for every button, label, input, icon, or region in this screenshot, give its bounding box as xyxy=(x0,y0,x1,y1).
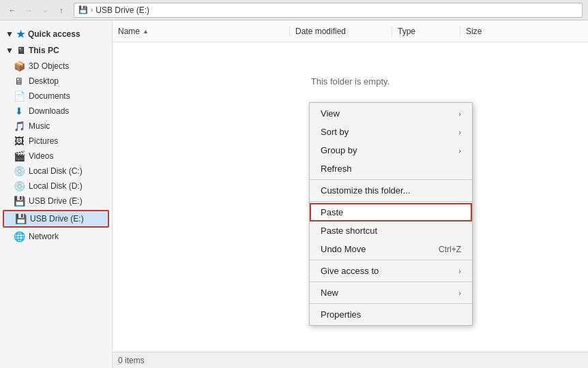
menu-item-sort-by[interactable]: Sort by › xyxy=(310,123,472,141)
menu-item-undo-move[interactable]: Undo Move Ctrl+Z xyxy=(310,240,472,258)
sidebar-item-label: Music xyxy=(29,121,106,131)
3d-objects-icon: 📦 xyxy=(14,61,25,72)
sidebar-item-local-disk-d[interactable]: 💿 Local Disk (D:) xyxy=(0,179,112,194)
menu-separator-4 xyxy=(310,281,472,282)
sidebar-item-label: Pictures xyxy=(29,136,106,146)
menu-separator-5 xyxy=(310,303,472,304)
menu-arrow-icon: › xyxy=(458,267,461,275)
column-type[interactable]: Type xyxy=(392,27,460,36)
documents-icon: 📄 xyxy=(14,91,25,102)
menu-item-properties[interactable]: Properties xyxy=(310,305,472,324)
menu-arrow-icon: › xyxy=(458,128,461,136)
sidebar-item-3d-objects[interactable]: 📦 3D Objects xyxy=(0,59,112,74)
menu-item-give-access[interactable]: Give access to › xyxy=(310,262,472,280)
title-bar: ← → ⌄ ↑ 💾 › USB Drive (E:) xyxy=(0,0,588,20)
sidebar-item-label: Documents xyxy=(29,91,106,101)
menu-item-customize[interactable]: Customize this folder... xyxy=(310,181,472,200)
sidebar-item-label: Desktop xyxy=(29,76,106,86)
sidebar-item-videos[interactable]: 🎬 Videos xyxy=(0,149,112,164)
pictures-icon: 🖼 xyxy=(14,136,25,147)
recent-button[interactable]: ⌄ xyxy=(38,3,52,17)
sidebar-item-label: USB Drive (E:) xyxy=(30,214,102,224)
breadcrumb-separator: › xyxy=(91,6,93,14)
menu-arrow-icon: › xyxy=(458,289,461,297)
sidebar: ▼ ★ Quick access ▼ 🖥 This PC 📦 3D Object… xyxy=(0,20,113,368)
sidebar-item-desktop[interactable]: 🖥 Desktop xyxy=(0,74,112,89)
column-headers: Name ▲ Date modified Type Size xyxy=(113,20,588,42)
sidebar-item-pictures[interactable]: 🖼 Pictures xyxy=(0,134,112,149)
usb-drive-e-selected-icon: 💾 xyxy=(15,213,26,224)
music-icon: 🎵 xyxy=(14,121,25,132)
sidebar-item-music[interactable]: 🎵 Music xyxy=(0,119,112,134)
sort-arrow-up: ▲ xyxy=(143,28,149,35)
menu-arrow-icon: › xyxy=(458,147,461,155)
column-size[interactable]: Size xyxy=(460,27,515,36)
menu-item-group-by[interactable]: Group by › xyxy=(310,141,472,159)
menu-item-view[interactable]: View › xyxy=(310,104,472,123)
downloads-icon: ⬇ xyxy=(14,106,25,117)
breadcrumb[interactable]: 💾 › USB Drive (E:) xyxy=(74,3,583,18)
this-pc-label: This PC xyxy=(29,46,59,55)
menu-item-paste-shortcut[interactable]: Paste shortcut xyxy=(310,221,472,240)
sidebar-item-usb-drive-e-tree[interactable]: 💾 USB Drive (E:) xyxy=(0,194,112,209)
local-disk-c-icon: 💿 xyxy=(14,166,25,177)
sidebar-item-label: 3D Objects xyxy=(29,61,106,71)
menu-item-new[interactable]: New › xyxy=(310,283,472,302)
sidebar-item-label: USB Drive (E:) xyxy=(29,196,106,206)
quick-access-header[interactable]: ▼ ★ Quick access xyxy=(0,26,112,42)
quick-access-icon: ★ xyxy=(16,29,25,40)
videos-icon: 🎬 xyxy=(14,151,25,162)
content-area: Name ▲ Date modified Type Size This fold… xyxy=(113,20,588,368)
this-pc-header[interactable]: ▼ 🖥 This PC xyxy=(0,42,112,59)
forward-button[interactable]: → xyxy=(22,3,35,17)
back-button[interactable]: ← xyxy=(5,3,19,17)
breadcrumb-path: USB Drive (E:) xyxy=(95,5,149,15)
usb-drive-e-tree-icon: 💾 xyxy=(14,196,25,206)
menu-separator-2 xyxy=(310,201,472,202)
status-text: 0 items xyxy=(118,356,145,365)
sidebar-item-documents[interactable]: 📄 Documents xyxy=(0,89,112,104)
menu-item-paste[interactable]: Paste xyxy=(310,203,472,221)
sidebar-item-label: Network xyxy=(29,232,106,241)
sidebar-item-label: Videos xyxy=(29,151,106,161)
menu-separator-1 xyxy=(310,179,472,180)
context-menu: View › Sort by › Group by › Refresh Cust… xyxy=(309,102,473,326)
menu-arrow-icon: › xyxy=(458,110,461,118)
desktop-icon: 🖥 xyxy=(14,76,25,87)
this-pc-arrow: ▼ xyxy=(5,46,14,55)
undo-shortcut: Ctrl+Z xyxy=(439,245,461,254)
menu-item-refresh[interactable]: Refresh xyxy=(310,159,472,178)
sidebar-item-downloads[interactable]: ⬇ Downloads xyxy=(0,104,112,119)
sidebar-item-label: Downloads xyxy=(29,106,106,116)
quick-access-label: Quick access xyxy=(28,29,80,39)
drive-icon: 💾 xyxy=(78,5,88,14)
column-date[interactable]: Date modified xyxy=(290,27,392,36)
sidebar-item-network[interactable]: 🌐 Network xyxy=(0,229,112,244)
menu-separator-3 xyxy=(310,260,472,260)
this-pc-icon: 🖥 xyxy=(16,45,26,56)
sidebar-item-label: Local Disk (D:) xyxy=(29,181,106,191)
quick-access-arrow: ▼ xyxy=(5,29,14,39)
sidebar-item-local-disk-c[interactable]: 💿 Local Disk (C:) xyxy=(0,164,112,179)
column-name[interactable]: Name ▲ xyxy=(113,27,290,36)
local-disk-d-icon: 💿 xyxy=(14,181,25,191)
nav-buttons: ← → ⌄ ↑ xyxy=(5,3,68,17)
sidebar-item-label: Local Disk (C:) xyxy=(29,166,106,176)
up-button[interactable]: ↑ xyxy=(55,3,68,17)
network-icon: 🌐 xyxy=(14,231,25,242)
main-container: ▼ ★ Quick access ▼ 🖥 This PC 📦 3D Object… xyxy=(0,20,588,368)
sidebar-item-usb-drive-e-selected[interactable]: 💾 USB Drive (E:) xyxy=(3,210,109,228)
status-bar: 0 items xyxy=(113,352,588,368)
